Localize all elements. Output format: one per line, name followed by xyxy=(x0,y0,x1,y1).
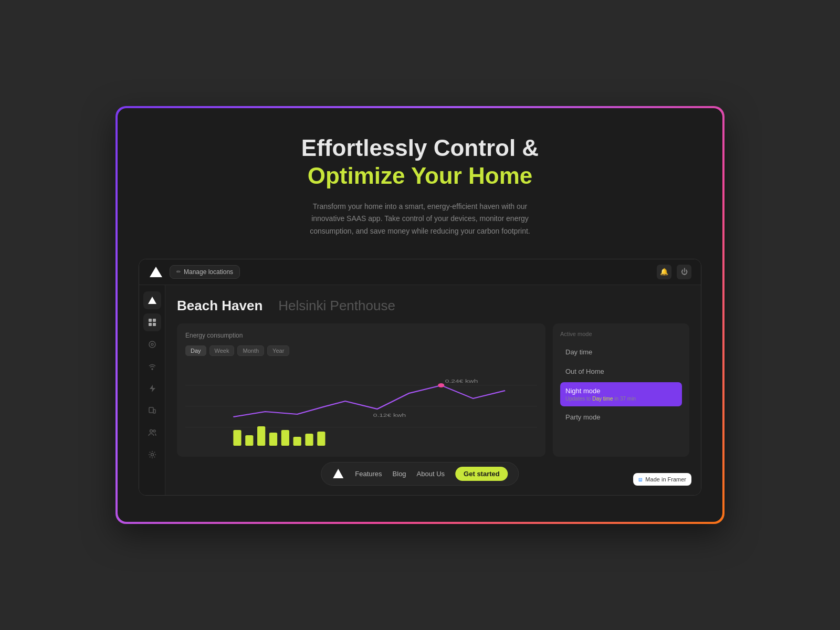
nav-link-features[interactable]: Features xyxy=(355,470,382,478)
app-sidebar xyxy=(139,285,165,495)
filter-year[interactable]: Year xyxy=(267,345,289,356)
filter-month[interactable]: Month xyxy=(237,345,264,356)
svg-point-11 xyxy=(150,429,152,432)
power-button[interactable]: ⏻ xyxy=(677,265,691,279)
svg-rect-24 xyxy=(281,430,289,446)
mode-label-night: Night mode xyxy=(565,387,677,395)
nav-cta-button[interactable]: Get started xyxy=(455,467,508,481)
mode-night-sub: Updates to Day time in 37 min xyxy=(565,396,677,402)
svg-rect-23 xyxy=(269,433,277,446)
svg-rect-4 xyxy=(149,323,152,326)
svg-marker-28 xyxy=(333,469,343,478)
svg-rect-21 xyxy=(245,435,253,446)
svg-rect-27 xyxy=(317,432,325,446)
svg-point-8 xyxy=(152,369,153,370)
sidebar-item-dashboard[interactable] xyxy=(143,313,161,331)
energy-chart-container: 0.24€ kwh 0.12€ kwh xyxy=(185,364,537,448)
mode-item-daytime[interactable]: Day time xyxy=(560,343,682,361)
tab-beach-haven[interactable]: Beach Haven xyxy=(177,298,262,314)
mode-label-daytime: Day time xyxy=(565,348,592,356)
inner-background: Effortlessly Control & Optimize Your Hom… xyxy=(118,108,722,522)
manage-locations-button[interactable]: ✏ Manage locations xyxy=(170,265,240,279)
svg-marker-0 xyxy=(150,267,162,277)
tab-helsinki-penthouse[interactable]: Helsinki Penthouse xyxy=(278,298,395,314)
power-icon: ⏻ xyxy=(681,268,688,276)
svg-point-7 xyxy=(151,343,153,345)
sidebar-item-settings-circle[interactable] xyxy=(143,335,161,353)
pencil-icon: ✏ xyxy=(176,269,181,275)
hero-title-line1: Effortlessly Control & xyxy=(139,134,701,162)
svg-point-17 xyxy=(438,383,444,387)
svg-point-12 xyxy=(153,430,155,432)
hero-title-line2: Optimize Your Home xyxy=(139,162,701,190)
bell-button[interactable]: 🔔 xyxy=(657,265,671,279)
bottom-nav-logo xyxy=(332,467,344,480)
nav-link-about[interactable]: About Us xyxy=(417,470,445,478)
svg-rect-3 xyxy=(153,319,156,322)
app-mockup: ✏ Manage locations 🔔 ⏻ xyxy=(139,259,701,496)
topbar-left: ✏ Manage locations xyxy=(149,265,240,279)
svg-marker-1 xyxy=(148,297,156,304)
manage-locations-label: Manage locations xyxy=(184,268,233,276)
logo-icon xyxy=(149,265,163,279)
mode-item-out-of-home[interactable]: Out of Home xyxy=(560,363,682,380)
sidebar-logo[interactable] xyxy=(143,291,161,309)
nav-link-blog[interactable]: Blog xyxy=(393,470,406,478)
mode-label-party: Party mode xyxy=(565,413,600,421)
outer-frame: Effortlessly Control & Optimize Your Hom… xyxy=(116,106,724,524)
mode-item-night[interactable]: Night mode Updates to Day time in 37 min xyxy=(560,382,682,406)
framer-badge[interactable]: ⧆ Made in Framer xyxy=(633,473,691,486)
svg-rect-5 xyxy=(153,323,156,326)
content-grid: Energy consumption Day Week Month Year xyxy=(177,323,689,457)
framer-icon: ⧆ xyxy=(638,476,643,483)
location-tabs: Beach Haven Helsinki Penthouse xyxy=(177,298,689,314)
svg-rect-25 xyxy=(293,437,301,446)
bottom-nav: Features Blog About Us Get started xyxy=(321,462,519,486)
active-mode-card: Active mode Day time Out of Home Night m… xyxy=(553,323,689,457)
sidebar-item-bolt[interactable] xyxy=(143,380,161,397)
sidebar-item-devices[interactable] xyxy=(143,402,161,419)
svg-rect-26 xyxy=(305,434,313,446)
svg-rect-9 xyxy=(149,407,153,413)
bell-icon: 🔔 xyxy=(660,268,668,276)
svg-rect-2 xyxy=(149,319,152,322)
active-mode-title: Active mode xyxy=(560,331,682,337)
svg-rect-10 xyxy=(153,410,155,413)
mode-label-out-of-home: Out of Home xyxy=(565,368,604,375)
energy-card: Energy consumption Day Week Month Year xyxy=(177,323,545,457)
svg-point-6 xyxy=(149,341,155,348)
energy-title: Energy consumption xyxy=(185,332,537,339)
hero-section: Effortlessly Control & Optimize Your Hom… xyxy=(139,134,701,238)
svg-text:0.24€ kwh: 0.24€ kwh xyxy=(445,379,478,383)
sidebar-item-users[interactable] xyxy=(143,424,161,442)
hero-description: Transform your home into a smart, energy… xyxy=(299,201,541,238)
framer-badge-label: Made in Framer xyxy=(645,476,686,482)
filter-week[interactable]: Week xyxy=(209,345,235,356)
mode-day-time-highlight: Day time xyxy=(592,396,613,402)
svg-rect-22 xyxy=(257,426,265,446)
mode-item-party[interactable]: Party mode xyxy=(560,408,682,426)
svg-text:0.12€ kwh: 0.12€ kwh xyxy=(373,413,406,417)
energy-chart-svg: 0.24€ kwh 0.12€ kwh xyxy=(185,364,537,448)
svg-rect-20 xyxy=(233,430,241,446)
sidebar-item-settings[interactable] xyxy=(143,446,161,464)
time-filters: Day Week Month Year xyxy=(185,345,537,356)
sidebar-item-wifi[interactable] xyxy=(143,358,161,375)
topbar-right: 🔔 ⏻ xyxy=(657,265,691,279)
filter-day[interactable]: Day xyxy=(185,345,206,356)
app-topbar: ✏ Manage locations 🔔 ⏻ xyxy=(139,259,701,285)
svg-point-13 xyxy=(151,453,153,456)
